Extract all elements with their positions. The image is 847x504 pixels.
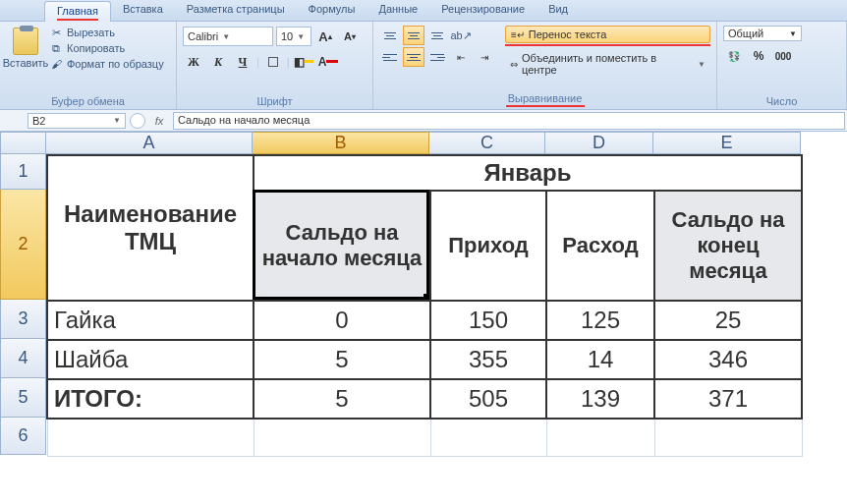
- paste-label: Вставить: [3, 57, 49, 69]
- formula-cancel[interactable]: [130, 113, 145, 129]
- percent-button[interactable]: %: [748, 45, 769, 67]
- font-color-button[interactable]: A: [317, 51, 339, 73]
- cell-d2[interactable]: Расход: [546, 191, 654, 301]
- tab-page-layout[interactable]: Разметка страницы: [175, 0, 297, 21]
- tab-formulas[interactable]: Формулы: [297, 0, 367, 21]
- number-format-combo[interactable]: Общий▼: [723, 26, 802, 41]
- scissors-icon: ✂: [49, 26, 63, 39]
- merge-center-label: Объединить и поместить в центре: [522, 52, 694, 76]
- row-header-5[interactable]: 5: [0, 378, 46, 418]
- col-header-d[interactable]: D: [545, 132, 653, 154]
- grow-font-button[interactable]: A▴: [314, 26, 336, 47]
- cell-c2[interactable]: Приход: [430, 191, 546, 301]
- tab-view[interactable]: Вид: [536, 0, 580, 21]
- cell-d4[interactable]: 14: [546, 340, 654, 379]
- row-header-4[interactable]: 4: [0, 339, 46, 378]
- group-font-label: Шрифт: [183, 93, 367, 109]
- comma-button[interactable]: 000: [772, 45, 794, 67]
- copy-button[interactable]: ⧉ Копировать: [49, 41, 164, 55]
- cell-b1[interactable]: Январь: [254, 155, 802, 191]
- cells-area[interactable]: Наименование ТМЦ Январь Сальдо на начало…: [46, 154, 803, 457]
- cell-c4[interactable]: 355: [430, 340, 546, 379]
- cell-b5[interactable]: 5: [254, 379, 430, 419]
- cell-a1[interactable]: Наименование ТМЦ: [47, 155, 254, 301]
- align-center-button[interactable]: [403, 47, 424, 67]
- cut-button[interactable]: ✂ Вырезать: [49, 26, 164, 39]
- format-painter-button[interactable]: 🖌 Формат по образцу: [49, 57, 164, 71]
- col-header-b[interactable]: B: [253, 132, 429, 154]
- column-headers-row: A B C D E: [0, 132, 847, 154]
- tab-insert[interactable]: Вставка: [111, 0, 175, 21]
- formula-bar: B2 ▼ fx Сальдо на начало месяца: [0, 110, 847, 132]
- select-all-corner[interactable]: [0, 132, 46, 154]
- bucket-icon: ◧: [294, 55, 305, 69]
- formula-input[interactable]: Сальдо на начало месяца: [173, 112, 845, 130]
- copy-label: Копировать: [67, 42, 125, 54]
- cell-a6[interactable]: [47, 419, 254, 456]
- cell-e4[interactable]: 346: [654, 340, 802, 379]
- tab-home[interactable]: Главная: [44, 1, 111, 22]
- cell-a3[interactable]: Гайка: [47, 301, 254, 340]
- row-header-3[interactable]: 3: [0, 300, 46, 339]
- group-clipboard: Вставить ✂ Вырезать ⧉ Копировать 🖌 Форма…: [0, 22, 177, 109]
- cell-d6[interactable]: [546, 419, 654, 456]
- cut-label: Вырезать: [67, 27, 115, 38]
- currency-icon: 💱: [728, 51, 740, 62]
- paste-button[interactable]: Вставить: [6, 26, 45, 71]
- cell-reference: B2: [32, 115, 45, 127]
- borders-button[interactable]: [262, 51, 284, 73]
- fx-label[interactable]: fx: [147, 115, 171, 127]
- row-header-6[interactable]: 6: [0, 418, 46, 455]
- cell-c3[interactable]: 150: [430, 301, 546, 340]
- col-header-e[interactable]: E: [653, 132, 801, 154]
- align-top-button[interactable]: [379, 26, 401, 45]
- align-left-button[interactable]: [379, 47, 401, 67]
- cell-a4[interactable]: Шайба: [47, 340, 254, 379]
- row-header-1[interactable]: 1: [0, 154, 46, 190]
- cell-b2[interactable]: Сальдо на начало месяца: [254, 191, 430, 301]
- cell-c6[interactable]: [430, 419, 546, 456]
- col-header-a[interactable]: A: [46, 132, 253, 154]
- number-format-value: Общий: [728, 28, 763, 39]
- cell-b3[interactable]: 0: [254, 301, 430, 340]
- decrease-indent-button[interactable]: ⇤: [450, 47, 472, 67]
- underline-button[interactable]: Ч: [232, 51, 254, 73]
- clipboard-icon: [13, 28, 38, 55]
- name-box[interactable]: B2 ▼: [28, 113, 126, 129]
- cell-e3[interactable]: 25: [654, 301, 802, 340]
- tab-review[interactable]: Рецензирование: [429, 0, 536, 21]
- cell-a5[interactable]: ИТОГО:: [47, 379, 254, 419]
- group-number-label: Число: [723, 93, 840, 109]
- font-family-combo[interactable]: Calibri▼: [183, 27, 273, 46]
- cell-e6[interactable]: [654, 419, 802, 456]
- cell-c5[interactable]: 505: [430, 379, 546, 419]
- group-font: Calibri▼ 10▼ A▴ A▾ Ж К Ч | | ◧ A Шрифт: [177, 22, 373, 109]
- cell-b4[interactable]: 5: [254, 340, 430, 379]
- cell-b6[interactable]: [254, 419, 430, 456]
- italic-button[interactable]: К: [207, 51, 229, 73]
- cell-e2[interactable]: Сальдо на конец месяца: [654, 191, 802, 301]
- increase-indent-button[interactable]: ⇥: [474, 47, 495, 67]
- cell-d3[interactable]: 125: [546, 301, 654, 340]
- wrap-text-button[interactable]: ≡↵ Перенос текста: [505, 26, 710, 46]
- fill-color-button[interactable]: ◧: [293, 51, 314, 73]
- wrap-text-label: Перенос текста: [529, 28, 607, 40]
- align-right-button[interactable]: [426, 47, 448, 67]
- font-size-combo[interactable]: 10▼: [276, 27, 311, 46]
- tab-data[interactable]: Данные: [367, 0, 429, 21]
- currency-button[interactable]: 💱: [723, 45, 745, 67]
- format-painter-label: Формат по образцу: [67, 58, 164, 70]
- orientation-button[interactable]: ab↗: [450, 26, 472, 45]
- bold-button[interactable]: Ж: [183, 51, 204, 73]
- cell-d5[interactable]: 139: [546, 379, 654, 419]
- col-header-c[interactable]: C: [429, 132, 545, 154]
- wrap-icon: ≡↵: [511, 29, 525, 40]
- row-header-2[interactable]: 2: [0, 190, 46, 300]
- cell-e5[interactable]: 371: [654, 379, 802, 419]
- align-middle-button[interactable]: [403, 26, 424, 45]
- font-size-value: 10: [281, 30, 293, 42]
- shrink-font-button[interactable]: A▾: [339, 26, 361, 47]
- merge-center-button[interactable]: ⇔ Объединить и поместить в центре ▼: [505, 50, 710, 78]
- group-clipboard-label: Буфер обмена: [6, 93, 170, 109]
- align-bottom-button[interactable]: [426, 26, 448, 45]
